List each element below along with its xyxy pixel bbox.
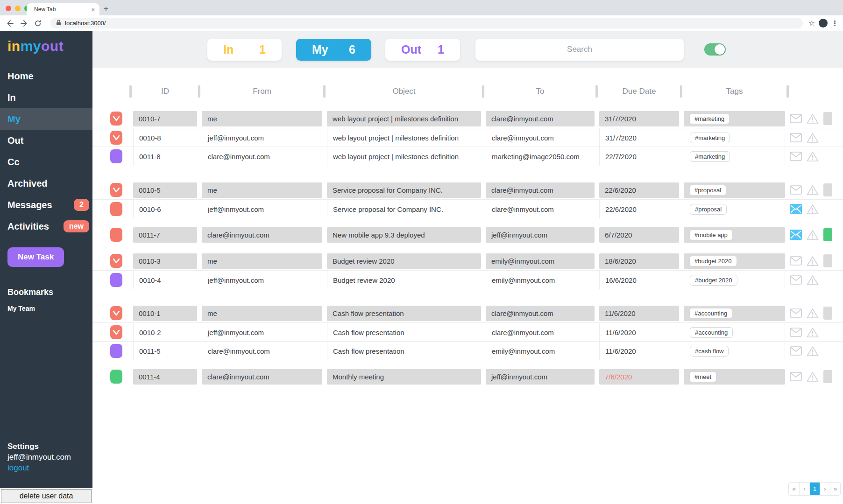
cell-due-date: 11/6/2020	[599, 342, 679, 360]
tag-pill: #proposal	[689, 185, 726, 196]
pagination-first-button[interactable]: «	[789, 483, 799, 495]
row-checkbox[interactable]	[110, 344, 122, 358]
warning-icon[interactable]	[807, 109, 819, 128]
envelope-icon[interactable]	[790, 342, 802, 360]
browser-menu-icon[interactable]: ⋮	[831, 19, 838, 28]
table-row[interactable]: 0010-6jeff@inmyout.comService proposal f…	[92, 199, 843, 218]
warning-icon[interactable]	[807, 323, 819, 342]
envelope-icon[interactable]	[790, 128, 802, 147]
delete-user-data-button[interactable]: delete user data	[1, 489, 92, 503]
sidebar-item-home[interactable]: Home	[0, 65, 92, 87]
filter-out-button[interactable]: Out 1	[385, 39, 460, 61]
warning-icon[interactable]	[807, 367, 819, 386]
envelope-icon[interactable]	[790, 109, 802, 128]
warning-icon[interactable]	[807, 342, 819, 360]
table-row[interactable]: 0010-3meBudget review 2020emily@inmyout.…	[92, 252, 843, 270]
row-checkbox[interactable]	[110, 149, 122, 163]
browser-tab[interactable]: New Tab ×	[27, 3, 99, 15]
envelope-icon[interactable]	[790, 147, 802, 166]
new-task-button[interactable]: New Task	[7, 247, 64, 267]
row-checkbox-cell	[110, 181, 128, 199]
envelope-icon[interactable]	[790, 181, 802, 199]
warning-icon[interactable]	[807, 304, 819, 322]
warning-icon[interactable]	[807, 147, 819, 166]
filter-my-button[interactable]: My 6	[296, 39, 371, 61]
row-checkbox[interactable]	[110, 325, 122, 339]
row-checkbox[interactable]	[110, 370, 122, 384]
bookmark-star-icon[interactable]: ☆	[808, 19, 815, 28]
table-row[interactable]: 0010-4jeff@inmyout.comBudget review 2020…	[92, 270, 843, 289]
warning-icon[interactable]	[807, 181, 819, 199]
warning-icon[interactable]	[807, 252, 819, 270]
sidebar-item-messages[interactable]: Messages2	[0, 194, 92, 216]
pagination-last-button[interactable]: »	[830, 483, 840, 495]
table-group: 0010-5meService proposal for Company INC…	[92, 181, 843, 218]
table-row[interactable]: 0010-8jeff@inmyout.comweb layout project…	[92, 128, 843, 147]
sidebar-item-badge: new	[64, 220, 89, 232]
envelope-icon[interactable]	[790, 225, 802, 244]
warning-icon[interactable]	[807, 271, 819, 289]
pagination-next-button[interactable]: ›	[820, 483, 830, 495]
pagination-page-1-button[interactable]: 1	[809, 483, 820, 495]
forward-icon[interactable]	[19, 18, 29, 28]
tab-close-icon[interactable]: ×	[91, 6, 95, 13]
table-row[interactable]: 0011-8clare@inmyout.comweb layout projec…	[92, 147, 843, 165]
table-group: 0010-1meCash flow presentationclare@inmy…	[92, 304, 843, 360]
sidebar-item-activities[interactable]: Activitiesnew	[0, 216, 92, 237]
table-row[interactable]: 0011-4clare@inmyout.comMonthly meetingje…	[92, 367, 843, 386]
row-checkbox[interactable]	[110, 202, 122, 216]
row-checkbox[interactable]	[110, 112, 122, 126]
table-row[interactable]: 0010-2jeff@inmyout.comCash flow presenta…	[92, 322, 843, 341]
column-header-due-date: Due Date	[599, 85, 679, 98]
filter-toggle[interactable]	[704, 43, 726, 56]
reload-icon[interactable]	[33, 18, 43, 28]
table-row[interactable]: 0011-7clare@inmyout.comNew mobile app 9.…	[92, 225, 843, 244]
row-checkbox[interactable]	[110, 131, 122, 145]
warning-icon[interactable]	[807, 128, 819, 147]
sidebar-item-my[interactable]: My	[0, 108, 92, 130]
cell-tags: #marketing	[684, 111, 785, 126]
sidebar-item-archived[interactable]: Archived	[0, 173, 92, 194]
new-tab-button[interactable]: +	[104, 5, 108, 13]
settings-link[interactable]: Settings	[7, 441, 71, 452]
table-row[interactable]: 0010-5meService proposal for Company INC…	[92, 181, 843, 199]
row-checkbox[interactable]	[110, 273, 122, 287]
cell-object: Cash flow presentation	[327, 342, 481, 360]
sidebar-item-in[interactable]: In	[0, 87, 92, 108]
row-end-marker	[823, 254, 832, 267]
search-input[interactable]	[475, 39, 684, 61]
pagination: « ‹ 1 › »	[788, 482, 841, 496]
url-bar[interactable]: localhost:3000/	[50, 18, 803, 28]
profile-avatar[interactable]	[819, 19, 828, 28]
filter-in-button[interactable]: In 1	[207, 39, 282, 61]
back-icon[interactable]	[5, 18, 15, 28]
cell-object: Cash flow presentation	[327, 306, 481, 321]
bookmark-item[interactable]: My Team	[0, 297, 92, 312]
row-checkbox[interactable]	[110, 306, 122, 320]
table-row[interactable]: 0010-7meweb layout project | milestones …	[92, 109, 843, 128]
sidebar-item-out[interactable]: Out	[0, 130, 92, 151]
envelope-icon[interactable]	[790, 271, 802, 289]
envelope-icon[interactable]	[790, 252, 802, 270]
table-row[interactable]: 0011-5clare@inmyout.comCash flow present…	[92, 341, 843, 360]
envelope-icon[interactable]	[790, 323, 802, 342]
warning-icon[interactable]	[807, 225, 819, 244]
table-body: 0010-7meweb layout project | milestones …	[92, 109, 843, 386]
row-checkbox[interactable]	[110, 183, 122, 197]
logout-link[interactable]: logout	[7, 462, 71, 473]
row-checkbox[interactable]	[110, 228, 122, 242]
window-close-button[interactable]	[6, 6, 11, 11]
envelope-icon[interactable]	[790, 304, 802, 322]
table-row[interactable]: 0010-1meCash flow presentationclare@inmy…	[92, 304, 843, 322]
sidebar-item-cc[interactable]: Cc	[0, 151, 92, 173]
window-minimize-button[interactable]	[15, 6, 21, 11]
sidebar-item-label: Archived	[7, 178, 48, 189]
filter-my-count: 6	[349, 43, 355, 56]
envelope-icon[interactable]	[790, 200, 802, 218]
row-checkbox[interactable]	[110, 254, 122, 268]
column-separator	[680, 85, 682, 98]
cell-tags: #proposal	[684, 200, 785, 218]
pagination-prev-button[interactable]: ‹	[799, 483, 809, 495]
warning-icon[interactable]	[807, 200, 819, 218]
envelope-icon[interactable]	[790, 367, 802, 386]
